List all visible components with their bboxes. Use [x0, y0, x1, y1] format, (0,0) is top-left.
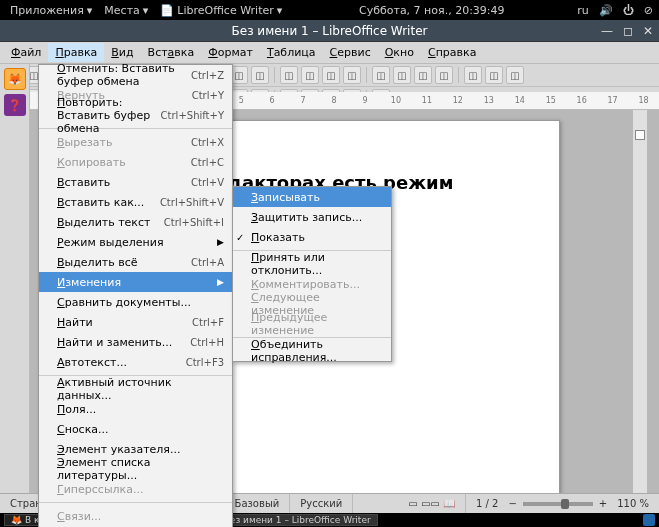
menu-item[interactable]: Сравнить документы... — [39, 292, 232, 312]
menu-item: КопироватьCtrl+C — [39, 152, 232, 172]
menu-item[interactable]: Повторить: Вставить буфер обменаCtrl+Shi… — [39, 105, 232, 125]
menu-item[interactable]: Записывать — [233, 187, 391, 207]
menubar-item-справка[interactable]: Справка — [421, 43, 483, 62]
minimize-button[interactable]: — — [601, 24, 613, 38]
zoom-icon[interactable]: ◫ — [464, 66, 482, 84]
menu-item[interactable]: Отменить: Вставить буфер обменаCtrl+Z — [39, 65, 232, 85]
find-icon[interactable]: ◫ — [414, 66, 432, 84]
menu-item[interactable]: НайтиCtrl+F — [39, 312, 232, 332]
changes-submenu[interactable]: ЗаписыватьЗащитить запись...✓ПоказатьПри… — [232, 186, 392, 362]
close-button[interactable]: ✕ — [643, 24, 653, 38]
volume-icon[interactable]: 🔊 — [599, 4, 613, 17]
link-icon[interactable]: ◫ — [322, 66, 340, 84]
ext-icon[interactable]: ◫ — [506, 66, 524, 84]
menubar-item-вставка[interactable]: Вставка — [141, 43, 202, 62]
menu-item[interactable]: Изменения▶ — [39, 272, 232, 292]
clock[interactable]: Суббота, 7 ноя., 20:39:49 — [286, 4, 577, 17]
menu-item[interactable]: Сноска... — [39, 419, 232, 439]
undo-icon[interactable]: ◫ — [280, 66, 298, 84]
image-icon[interactable]: ◫ — [372, 66, 390, 84]
menu-item[interactable]: Принять или отклонить... — [233, 254, 391, 274]
menu-item[interactable]: ✓Показать — [233, 227, 391, 247]
menu-item[interactable]: ВставитьCtrl+V — [39, 172, 232, 192]
menubar-item-таблица[interactable]: Таблица — [260, 43, 323, 62]
menu-item[interactable]: Режим выделения▶ — [39, 232, 232, 252]
menu-item[interactable]: Поля... — [39, 399, 232, 419]
menubar-item-файл[interactable]: Файл — [4, 43, 48, 62]
menubar-item-вид[interactable]: Вид — [104, 43, 140, 62]
menu-item[interactable]: Автотекст...Ctrl+F3 — [39, 352, 232, 372]
redo-icon[interactable]: ◫ — [301, 66, 319, 84]
menubar-item-правка[interactable]: Правка — [48, 43, 104, 62]
firefox-icon[interactable]: 🦊 — [4, 68, 26, 90]
vertical-scrollbar[interactable] — [633, 110, 647, 503]
maximize-button[interactable]: ◻ — [623, 24, 633, 38]
menu-item[interactable]: Защитить запись... — [233, 207, 391, 227]
help-icon[interactable]: ◫ — [485, 66, 503, 84]
help-icon[interactable]: ❓ — [4, 94, 26, 116]
places-menu[interactable]: Места ▾ — [100, 4, 152, 17]
zoom-slider[interactable] — [523, 502, 593, 506]
menu-item: Предыдущее изменение — [233, 314, 391, 334]
status-style[interactable]: Базовый — [225, 494, 291, 513]
menu-item[interactable]: Элемент списка литературы... — [39, 459, 232, 479]
network-icon[interactable]: ⏻ — [623, 4, 634, 17]
menu-item: Гиперссылка... — [39, 479, 232, 499]
status-language[interactable]: Русский — [290, 494, 353, 513]
shutdown-icon[interactable]: ⊘ — [644, 4, 653, 17]
status-page-of[interactable]: 1 / 2 — [466, 494, 508, 513]
menu-item[interactable]: Объединить исправления... — [233, 341, 391, 361]
status-view-layout[interactable]: ▭ ▭▭ 📖 — [398, 494, 466, 513]
menu-item: ВырезатьCtrl+X — [39, 132, 232, 152]
zoom-out-button[interactable]: − — [508, 498, 516, 509]
applications-menu[interactable]: Приложения ▾ — [6, 4, 96, 17]
menubar-item-формат[interactable]: Формат — [201, 43, 260, 62]
zoom-in-button[interactable]: + — [599, 498, 607, 509]
menubar-item-сервис[interactable]: Сервис — [323, 43, 378, 62]
edit-menu-dropdown[interactable]: Отменить: Вставить буфер обменаCtrl+ZВер… — [38, 64, 233, 527]
nav-icon[interactable]: ◫ — [435, 66, 453, 84]
menu-item[interactable]: Найти и заменить...Ctrl+H — [39, 332, 232, 352]
show-desktop-icon[interactable] — [643, 514, 655, 526]
window-titlebar: Без имени 1 – LibreOffice Writer — ◻ ✕ — [0, 20, 659, 42]
menubar[interactable]: ФайлПравкаВидВставкаФорматТаблицаСервисО… — [0, 42, 659, 64]
table-icon[interactable]: ◫ — [343, 66, 361, 84]
zoom-percent[interactable]: 110 % — [607, 494, 659, 513]
menubar-item-окно[interactable]: Окно — [378, 43, 421, 62]
page-nav-icon[interactable] — [635, 130, 645, 140]
menu-item[interactable]: Вставить как...Ctrl+Shift+V — [39, 192, 232, 212]
system-panel: Приложения ▾ Места ▾ 📄 LibreOffice Write… — [0, 0, 659, 20]
menu-item: Связи... — [39, 506, 232, 526]
menu-item[interactable]: Активный источник данных... — [39, 379, 232, 399]
menu-item[interactable]: Выделить текстCtrl+Shift+I — [39, 212, 232, 232]
side-panel: 🦊 ❓ — [0, 64, 30, 493]
running-app-indicator[interactable]: 📄 LibreOffice Writer ▾ — [156, 4, 286, 17]
fmt-icon[interactable]: ◫ — [251, 66, 269, 84]
keyboard-layout-indicator[interactable]: ru — [577, 4, 589, 17]
window-title: Без имени 1 – LibreOffice Writer — [232, 24, 428, 38]
chart-icon[interactable]: ◫ — [393, 66, 411, 84]
menu-item[interactable]: Выделить всёCtrl+A — [39, 252, 232, 272]
